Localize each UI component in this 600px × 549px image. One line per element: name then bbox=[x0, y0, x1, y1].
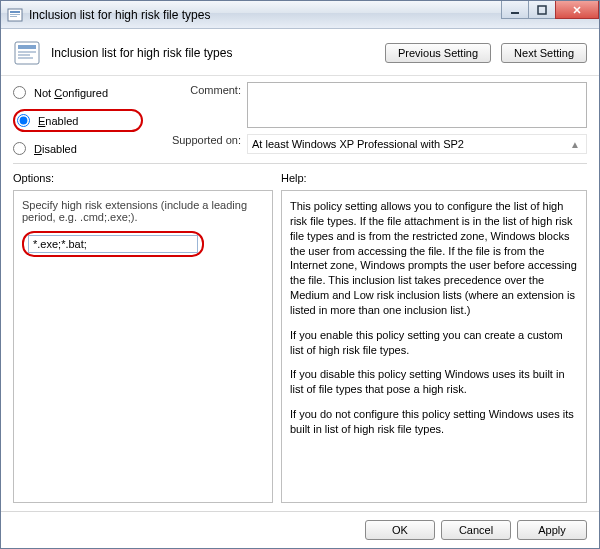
svg-rect-3 bbox=[10, 16, 17, 17]
header-row: Inclusion list for high risk file types … bbox=[1, 29, 599, 76]
radio-not-configured-input[interactable] bbox=[13, 86, 26, 99]
svg-rect-2 bbox=[10, 14, 20, 15]
svg-rect-5 bbox=[538, 6, 546, 14]
options-label: Options: bbox=[13, 172, 273, 184]
caret-up-icon[interactable]: ▲ bbox=[568, 139, 582, 150]
comment-label: Comment: bbox=[151, 82, 241, 128]
svg-rect-1 bbox=[10, 11, 20, 13]
radio-disabled-label: Disabled bbox=[34, 143, 77, 155]
state-radio-group: Not Configured Enabled Disabled bbox=[13, 82, 143, 155]
policy-large-icon bbox=[13, 39, 41, 67]
radio-enabled[interactable]: Enabled bbox=[17, 114, 78, 127]
radio-enabled-input[interactable] bbox=[17, 114, 30, 127]
supported-box: At least Windows XP Professional with SP… bbox=[247, 134, 587, 154]
options-panel: Specify high risk extensions (include a … bbox=[13, 190, 273, 503]
content-area: Inclusion list for high risk file types … bbox=[1, 29, 599, 548]
radio-disabled-input[interactable] bbox=[13, 142, 26, 155]
window-title: Inclusion list for high risk file types bbox=[29, 8, 210, 22]
supported-row: Supported on: At least Windows XP Profes… bbox=[151, 134, 587, 154]
panels-row: Specify high risk extensions (include a … bbox=[1, 186, 599, 511]
enabled-highlight: Enabled bbox=[13, 109, 143, 132]
minimize-button[interactable] bbox=[501, 1, 529, 19]
ok-button[interactable]: OK bbox=[365, 520, 435, 540]
radio-not-configured-label: Not Configured bbox=[34, 87, 108, 99]
svg-rect-9 bbox=[18, 45, 36, 49]
svg-rect-12 bbox=[18, 57, 33, 59]
next-setting-button[interactable]: Next Setting bbox=[501, 43, 587, 63]
extensions-input[interactable] bbox=[28, 235, 198, 253]
supported-label: Supported on: bbox=[151, 134, 241, 146]
help-panel[interactable]: This policy setting allows you to config… bbox=[281, 190, 587, 503]
svg-rect-4 bbox=[511, 12, 519, 14]
svg-rect-11 bbox=[18, 54, 30, 56]
mid-right: Comment: Supported on: At least Windows … bbox=[151, 82, 587, 155]
policy-title: Inclusion list for high risk file types bbox=[51, 46, 375, 60]
help-label: Help: bbox=[281, 172, 587, 184]
help-paragraph-1: This policy setting allows you to config… bbox=[290, 199, 578, 318]
divider bbox=[13, 163, 587, 164]
dialog-window: Inclusion list for high risk file types … bbox=[0, 0, 600, 549]
radio-not-configured[interactable]: Not Configured bbox=[13, 86, 143, 99]
close-button[interactable] bbox=[555, 1, 599, 19]
comment-textarea[interactable] bbox=[247, 82, 587, 128]
help-paragraph-2: If you enable this policy setting you ca… bbox=[290, 328, 578, 358]
svg-rect-10 bbox=[18, 51, 36, 53]
radio-disabled[interactable]: Disabled bbox=[13, 142, 143, 155]
maximize-button[interactable] bbox=[528, 1, 556, 19]
extensions-highlight bbox=[22, 231, 204, 257]
previous-setting-button[interactable]: Previous Setting bbox=[385, 43, 491, 63]
help-paragraph-3: If you disable this policy setting Windo… bbox=[290, 367, 578, 397]
cancel-button[interactable]: Cancel bbox=[441, 520, 511, 540]
comment-row: Comment: bbox=[151, 82, 587, 128]
window-buttons bbox=[502, 1, 599, 19]
labels-row: Options: Help: bbox=[1, 168, 599, 186]
radio-enabled-label: Enabled bbox=[38, 115, 78, 127]
policy-icon bbox=[7, 7, 23, 23]
help-paragraph-4: If you do not configure this policy sett… bbox=[290, 407, 578, 437]
footer: OK Cancel Apply bbox=[1, 511, 599, 548]
supported-value: At least Windows XP Professional with SP… bbox=[252, 138, 464, 150]
options-spec-text: Specify high risk extensions (include a … bbox=[22, 199, 264, 223]
titlebar[interactable]: Inclusion list for high risk file types bbox=[1, 1, 599, 29]
apply-button[interactable]: Apply bbox=[517, 520, 587, 540]
config-row: Not Configured Enabled Disabled Comment: bbox=[1, 76, 599, 159]
